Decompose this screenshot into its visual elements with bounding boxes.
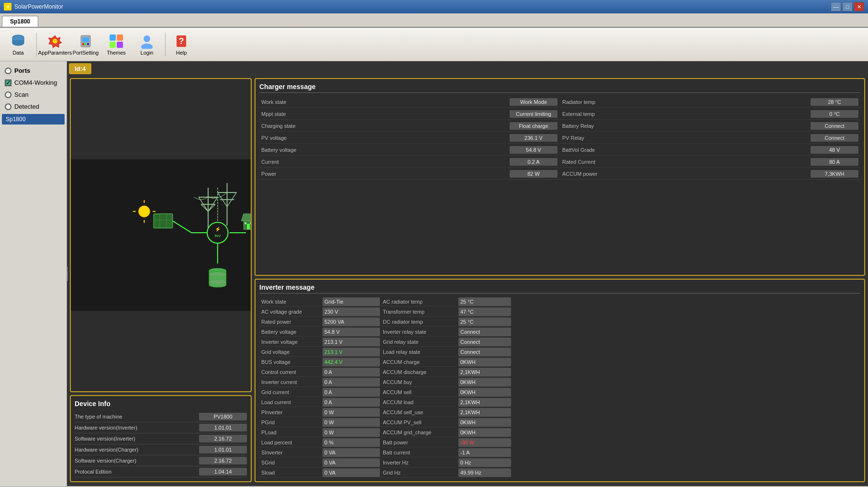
inverter-label2: DC radiator temp [381, 317, 457, 327]
collapse-handle[interactable]: ◀ [67, 267, 68, 281]
login-icon [139, 34, 155, 49]
device-info-row: Protocal Edition1.04.14 [75, 466, 247, 477]
inverter-label2: ACCUM load [381, 398, 457, 407]
inverter-value: 0 % [323, 438, 380, 447]
inverter-value2: Connect [458, 328, 511, 337]
inverter-value2: -90 W [458, 438, 511, 447]
inverter-label: BUS voltage [259, 358, 322, 367]
inverter-value: 0 VA [323, 458, 380, 467]
data-button[interactable]: Data [4, 30, 33, 59]
inverter-value2: 0KWH [458, 358, 511, 367]
inverter-value: 442.4 V [323, 358, 380, 367]
svg-point-4 [82, 43, 84, 45]
inverter-label2: Batt power [381, 438, 457, 447]
inverter-value: 213.1 V [323, 338, 380, 347]
inverter-value2: 0KWH [458, 428, 511, 437]
charger-row: Power82 W [259, 169, 559, 180]
com4-item[interactable]: ✓ COM4-Working [2, 77, 65, 88]
inverter-label: SInverter [259, 448, 322, 457]
minimize-button[interactable]: — [831, 2, 841, 11]
inverter-value2: -1 A [458, 448, 511, 457]
inverter-value2: 2,1KWH [458, 368, 511, 377]
toolbar-sep-1 [36, 33, 37, 57]
inverter-value: 230 V [323, 307, 380, 317]
help-label: Help [176, 50, 187, 56]
port-setting-label: PortSetting [73, 50, 99, 56]
svg-rect-8 [117, 34, 123, 41]
detected-item[interactable]: Detected [2, 101, 65, 112]
port-setting-icon [78, 34, 93, 49]
inverter-label2: Batt current [381, 448, 457, 457]
inverter-value2: 0 Hz [458, 458, 511, 467]
inverter-label: Grid current [259, 388, 322, 397]
help-icon: ? [174, 34, 189, 49]
charger-row: Battery voltage54.8 V [259, 145, 559, 156]
port-setting-button[interactable]: PortSetting [71, 30, 100, 59]
device-info-row: Hardware version(Charger)1.01.01 [75, 444, 247, 455]
svg-text:⚡: ⚡ [215, 226, 221, 232]
inverter-value2: Connect [458, 338, 511, 347]
charger-panel: Charger message Work stateWork ModeRadia… [255, 78, 865, 276]
inverter-label2: Load relay state [381, 348, 457, 357]
themes-button[interactable]: Themes [102, 30, 131, 59]
ports-label: Ports [14, 67, 30, 74]
themes-icon [109, 34, 124, 49]
scan-item[interactable]: Scan [2, 89, 65, 100]
inverter-label2: Inverter relay state [381, 328, 457, 337]
inverter-value: 0 A [323, 388, 380, 397]
login-button[interactable]: Login [133, 30, 161, 59]
svg-point-28 [138, 206, 150, 217]
scan-label: Scan [14, 91, 29, 98]
id-tab[interactable]: Id:4 [69, 63, 91, 74]
restore-button[interactable]: □ [842, 2, 853, 11]
inverter-value: 213.1 V [323, 348, 380, 357]
tab-sp1800[interactable]: Sp1800 [2, 16, 38, 27]
inner-content: ⚡ INV [67, 76, 868, 484]
svg-rect-7 [110, 34, 116, 41]
detected-label: Detected [14, 103, 39, 110]
themes-label: Themes [107, 50, 126, 56]
inverter-label2: ACCUM grid_charge [381, 428, 457, 437]
charger-row: Radiator temp28 °C [560, 97, 860, 108]
toolbar-sep-2 [165, 33, 166, 57]
toolbar: Data AppParamters PortSetting Themes Log… [0, 28, 868, 61]
inverter-value2: 0KWH [458, 378, 511, 387]
ports-icon [5, 68, 11, 74]
detected-icon [5, 103, 11, 110]
inverter-value: 5200 VA [323, 317, 380, 327]
inverter-label: Control current [259, 368, 322, 377]
svg-rect-46 [247, 224, 250, 229]
charger-rows: Work stateWork ModeRadiator temp28 °CMpp… [259, 97, 860, 180]
inverter-value2: 25 °C [458, 297, 511, 306]
main-layout: Ports ✓ COM4-Working Scan Detected Sp180… [0, 61, 868, 486]
inverter-label: PLoad [259, 428, 322, 437]
charger-row: Mppt stateCurrent limiting [259, 109, 559, 120]
inverter-title: Inverter message [259, 283, 860, 294]
svg-point-12 [141, 44, 153, 49]
data-icon [11, 34, 26, 49]
inverter-label: Load current [259, 398, 322, 407]
inverter-value: 0 VA [323, 448, 380, 457]
svg-point-54 [209, 280, 226, 284]
app-params-button[interactable]: AppParamters [41, 30, 69, 59]
inverter-value: 0 A [323, 398, 380, 407]
inverter-panel: Inverter message Work stateGrid-TieAC ra… [255, 279, 865, 482]
device-item[interactable]: Sp1800 [2, 114, 65, 125]
charger-row: External temp0 °C [560, 109, 860, 120]
inverter-label: SGrid [259, 458, 322, 467]
svg-rect-48 [250, 222, 251, 224]
svg-point-5 [85, 43, 87, 45]
help-button[interactable]: ? Help [169, 30, 193, 59]
close-button[interactable]: ✕ [854, 2, 864, 11]
charger-row: Work stateWork Mode [259, 97, 559, 108]
inverter-label2: AC radiator temp [381, 297, 457, 306]
inverter-label: AC voltage grade [259, 307, 322, 317]
inverter-value2: 25 °C [458, 317, 511, 327]
charger-row: Current0.2 A [259, 157, 559, 168]
svg-text:?: ? [179, 36, 184, 46]
charger-row: ACCUM power7,3KWH [560, 169, 860, 180]
inverter-label2: ACCUM self_use [381, 408, 457, 417]
charger-row: Battery RelayConnect [560, 121, 860, 132]
app-params-icon [47, 34, 63, 49]
svg-rect-47 [245, 222, 246, 224]
